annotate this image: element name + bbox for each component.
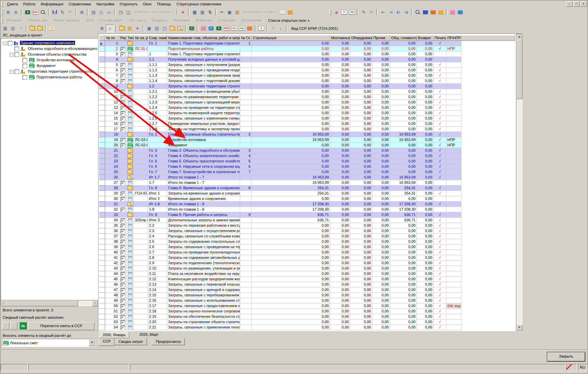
structure-pane-icon[interactable]: ≣: [98, 25, 106, 32]
table-row[interactable]: 22Гл. 4Глава 4. Объекты энергетического …: [99, 153, 461, 159]
table-row[interactable]: 36✓2.3Затраты, связанные с осуществление…: [99, 228, 461, 234]
table-row[interactable]: 38✓2.5Затраты по содержанию спасательных…: [99, 239, 461, 244]
tree-item[interactable]: Объекты подсобного и обслуживающего назн…: [1, 46, 98, 52]
move-down-icon[interactable]: ↓: [277, 25, 285, 32]
row-checkbox[interactable]: ✓: [121, 127, 125, 132]
row-checkbox[interactable]: ✓: [121, 304, 125, 309]
table-row[interactable]: 3✓1Глава 1. Подготовка территории строит…: [99, 52, 461, 57]
table-row[interactable]: 42✓2.9Затраты по подключению (технологич…: [99, 260, 461, 266]
table-row[interactable]: 47✓2.14Затраты, связанные с арендой и со…: [99, 287, 461, 293]
shift-left-icon[interactable]: ⇇: [394, 8, 402, 16]
tree-item-checkbox[interactable]: [14, 52, 19, 57]
tab-svodka[interactable]: Сводка затрат: [115, 338, 147, 345]
column-header[interactable]: Строительные: [252, 35, 330, 41]
tree-item[interactable]: Фундамент: [1, 63, 98, 69]
table-row[interactable]: 6✓1.1.2Затраты, связанные с проведением …: [99, 68, 461, 73]
new-folder-icon[interactable]: [118, 25, 126, 32]
row-checkbox[interactable]: ✓: [121, 52, 125, 57]
machines-icon[interactable]: [422, 8, 429, 16]
panel-button-9[interactable]: Формулы: [193, 18, 215, 22]
row-checkbox[interactable]: ✓: [121, 256, 125, 260]
row-checkbox[interactable]: ✓: [121, 240, 125, 244]
row-checkbox[interactable]: ✓: [121, 320, 125, 325]
table-row[interactable]: 34✓325/пр ПрИтог 3Дополнительные затраты…: [99, 218, 461, 223]
table-row[interactable]: 12✓1.2.3Затраты, связанные с организацие…: [99, 100, 461, 105]
tree-item[interactable]: -Подготовка территории строительства: [1, 69, 98, 75]
row-checkbox[interactable]: ✓: [121, 63, 125, 68]
book-orange-icon[interactable]: [246, 25, 253, 32]
new-document-icon[interactable]: ▤: [126, 25, 134, 32]
table-row[interactable]: 15✓1.2.6Затраты, связанные с изменением …: [99, 116, 461, 121]
shift-right-icon[interactable]: ⇉: [402, 8, 410, 16]
toolbar-grip[interactable]: [329, 9, 331, 15]
menu-item-1[interactable]: Смета: [4, 1, 20, 7]
table-row[interactable]: 41✓2.8Затраты на содержание автомобильны…: [99, 255, 461, 260]
copy-grid-icon[interactable]: ▦: [1, 25, 9, 32]
column-header[interactable]: ПР/НПР: [446, 35, 461, 41]
panel-button-6[interactable]: Тех. часть: [126, 18, 149, 22]
table-row[interactable]: 52✓2.19Затраты на обеспечение безопаснос…: [99, 314, 461, 319]
tree-item-checkbox[interactable]: [22, 64, 27, 68]
column-header[interactable]: Печать: [434, 35, 446, 41]
paste-special-icon[interactable]: [279, 8, 286, 16]
table-row[interactable]: 31Ит 1-8Итого по главам 1 - 817 208,300,…: [99, 202, 461, 207]
insert-section-icon[interactable]: ▤: [97, 8, 105, 16]
row-checkbox[interactable]: ✓: [121, 122, 125, 127]
row-checkbox[interactable]: ✓: [121, 293, 125, 298]
menu-item-2[interactable]: Работа: [20, 1, 38, 7]
edit-formula-icon[interactable]: ✎: [360, 8, 367, 16]
table-row[interactable]: 53✓2.20Затраты на страхование объекта ст…: [99, 319, 461, 325]
open-windows-button[interactable]: Список открытых окон ▼: [265, 18, 313, 22]
chevron-down-icon[interactable]: ▼: [89, 340, 95, 346]
copy-pages-icon[interactable]: ▣: [145, 25, 153, 32]
tree-item[interactable]: -Основные объекты строительства: [1, 52, 98, 58]
row-checkbox[interactable]: ✓: [121, 272, 125, 277]
panel-button-3[interactable]: Лимит. затраты: [51, 18, 83, 22]
table-vscrollbar[interactable]: ▲ ▼: [516, 34, 522, 331]
folder-icon[interactable]: [168, 25, 176, 32]
table-view-icon[interactable]: ▦: [191, 8, 199, 16]
table-edit-icon[interactable]: ▦: [199, 8, 206, 16]
row-checkbox[interactable]: ✓: [121, 267, 125, 271]
table-row[interactable]: 28Гл. 8Глава 8. Временные здания и соору…: [99, 185, 461, 191]
row-checkbox[interactable]: ✓: [121, 277, 125, 282]
renumber-icon[interactable]: ⊠: [78, 8, 86, 16]
table-row[interactable]: 8✓1.1.4Затраты, связанные с подготовкой …: [99, 78, 461, 84]
table-row[interactable]: 37✓2.4Расходы, связанные со служебными к…: [99, 234, 461, 239]
table-row[interactable]: 2✓ЛС 01-01Подготовительные работы0,000,0…: [99, 46, 461, 52]
refresh-icon[interactable]: ↻: [59, 8, 66, 16]
calculator-icon[interactable]: =: [188, 25, 196, 32]
panel-button-2[interactable]: Панель цен: [25, 18, 51, 22]
table-row[interactable]: 14✓1.2.5Затраты по инженерной защите тер…: [99, 110, 461, 116]
row-checkbox[interactable]: ✓: [121, 261, 125, 266]
table-row[interactable]: 25Гл. 7Глава 7. Благоустройство и озелен…: [99, 169, 461, 175]
folder-export-icon[interactable]: [36, 25, 44, 32]
export-page-icon[interactable]: ◳: [161, 25, 168, 32]
edit-formula-alt-icon[interactable]: ✎: [367, 8, 375, 16]
row-checkbox[interactable]: ✓: [121, 229, 125, 234]
percent-table-icon[interactable]: %: [258, 25, 265, 32]
row-checkbox[interactable]: ✓: [121, 47, 125, 52]
panel-button-10[interactable]: Структура: [215, 18, 238, 22]
table-row[interactable]: 46✓2.13Затраты, связанные с перевозкой о…: [99, 282, 461, 287]
row-checkbox[interactable]: ✓: [121, 283, 125, 287]
table-row[interactable]: 7✓1.1.3Затраты, связанные с оформлением …: [99, 73, 461, 78]
xml-ter-icon[interactable]: XML: [230, 25, 238, 32]
menu-item-6[interactable]: Отдохнуть: [117, 1, 141, 7]
list-icon[interactable]: ▤: [9, 25, 17, 32]
tab-preview[interactable]: Предпросмотр: [152, 338, 185, 345]
price-book-blue-icon[interactable]: [456, 8, 464, 16]
close-button[interactable]: Закрыть: [547, 352, 585, 362]
comment-icon[interactable]: ▭: [105, 8, 113, 16]
tree-hscrollbar[interactable]: ‹ ›: [1, 300, 98, 306]
column-header[interactable]: Оборудование: [350, 35, 372, 41]
table-row[interactable]: 16✓1.2.7Приведение земельных участков, п…: [99, 121, 461, 127]
panel-button-5[interactable]: Состав работ: [97, 18, 126, 22]
delete-element-icon[interactable]: ×: [134, 25, 141, 32]
table-row[interactable]: 29✓ГСН 81-05Итог 1Затраты на временные з…: [99, 191, 461, 196]
column-header[interactable]: Сокр. наимен.: [148, 35, 167, 41]
contents-list-icon[interactable]: ▤: [153, 25, 161, 32]
layers-blue-icon[interactable]: F: [207, 25, 215, 32]
level-down-icon[interactable]: ⇥: [387, 8, 394, 16]
table-row[interactable]: 10✓1.2.1Затраты, связанные с возмещением…: [99, 89, 461, 94]
